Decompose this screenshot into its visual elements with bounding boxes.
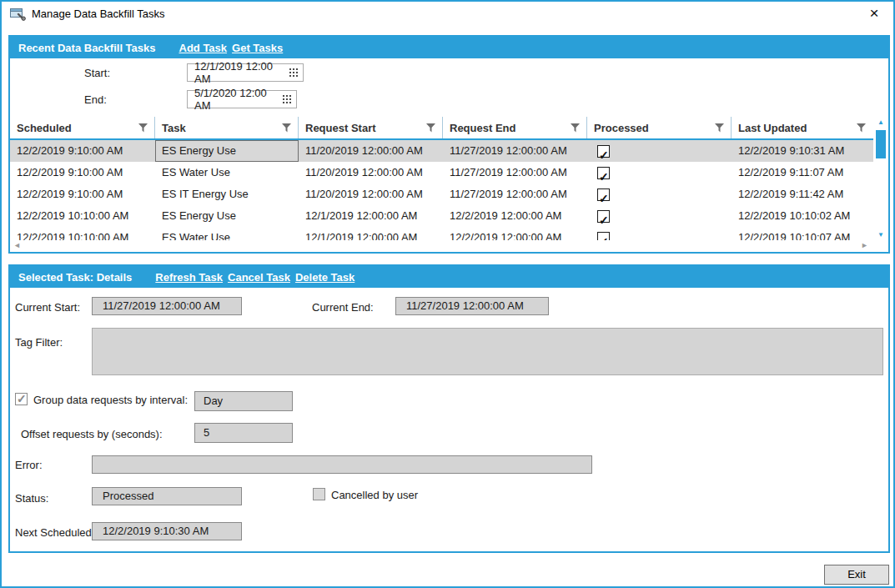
next-scheduled-field: 12/2/2019 9:10:30 AM xyxy=(92,522,242,540)
current-end-label: Current End: xyxy=(312,301,374,314)
date-picker-icon[interactable] xyxy=(289,68,299,78)
cell-processed[interactable] xyxy=(587,205,732,227)
filter-icon[interactable] xyxy=(138,123,148,133)
filter-icon[interactable] xyxy=(857,123,866,133)
cancelled-by-user-checkbox[interactable] xyxy=(313,488,325,500)
get-tasks-link[interactable]: Get Tasks xyxy=(232,42,283,54)
error-field xyxy=(92,455,592,474)
cell-task[interactable]: ES Water Use xyxy=(155,227,299,240)
cell-processed[interactable] xyxy=(587,183,732,205)
cell-processed[interactable] xyxy=(587,227,732,240)
cell-request-end[interactable]: 11/27/2019 12:00:00 AM xyxy=(443,162,587,183)
window-title: Manage Data Backfill Tasks xyxy=(32,2,164,27)
processed-checkbox[interactable] xyxy=(597,232,610,241)
date-picker-icon[interactable] xyxy=(283,95,292,104)
tag-filter-field xyxy=(92,328,883,375)
cell-scheduled[interactable]: 12/2/2019 10:10:00 AM xyxy=(10,205,155,227)
cell-last-updated[interactable]: 12/2/2019 10:10:02 AM xyxy=(732,205,872,227)
cell-task[interactable]: ES IT Energy Use xyxy=(155,183,299,205)
cell-last-updated[interactable]: 12/2/2019 9:10:31 AM xyxy=(732,140,872,162)
cell-request-end[interactable]: 11/27/2019 12:00:00 AM xyxy=(443,140,587,162)
status-label: Status: xyxy=(15,492,48,505)
end-label: End: xyxy=(84,93,107,106)
interval-field: Day xyxy=(194,391,293,411)
filter-icon[interactable] xyxy=(282,123,291,133)
cell-task[interactable]: ES Energy Use xyxy=(155,140,299,162)
cancel-task-link[interactable]: Cancel Task xyxy=(228,271,290,284)
recent-tasks-panel: Recent Data Backfill Tasks Add Task Get … xyxy=(8,35,890,254)
processed-checkbox[interactable] xyxy=(597,145,610,158)
selected-task-panel: Selected Task: Details Refresh Task Canc… xyxy=(8,264,890,553)
tasks-grid-body: 12/2/2019 9:10:00 AM ES Energy Use 11/20… xyxy=(10,140,888,240)
cell-request-end[interactable]: 12/2/2019 12:00:00 AM xyxy=(443,205,587,227)
column-header-processed[interactable]: Processed xyxy=(587,117,732,138)
table-row[interactable]: 12/2/2019 9:10:00 AM ES Energy Use 11/20… xyxy=(10,140,888,162)
recent-tasks-title: Recent Data Backfill Tasks xyxy=(18,42,156,54)
scroll-down-icon[interactable]: ▼ xyxy=(873,231,888,239)
table-row[interactable]: 12/2/2019 10:10:00 AM ES Water Use 12/1/… xyxy=(10,227,888,240)
column-header-scheduled[interactable]: Scheduled xyxy=(10,117,155,138)
exit-button[interactable]: Exit xyxy=(824,565,889,585)
current-end-field: 11/27/2019 12:00:00 AM xyxy=(395,297,549,315)
filter-icon[interactable] xyxy=(426,123,435,133)
cell-last-updated[interactable]: 12/2/2019 9:11:07 AM xyxy=(732,162,872,183)
cell-last-updated[interactable]: 12/2/2019 9:11:42 AM xyxy=(732,183,872,205)
current-start-field: 11/27/2019 12:00:00 AM xyxy=(92,297,242,315)
table-row[interactable]: 12/2/2019 10:10:00 AM ES Energy Use 12/1… xyxy=(10,205,888,227)
cell-request-start[interactable]: 11/20/2019 12:00:00 AM xyxy=(299,140,443,162)
cell-processed[interactable] xyxy=(587,162,732,183)
scroll-up-icon[interactable]: ▲ xyxy=(873,118,888,126)
tag-filter-label: Tag Filter: xyxy=(15,336,63,349)
offset-label: Offset requests by (seconds): xyxy=(21,428,163,440)
cell-request-end[interactable]: 11/27/2019 12:00:00 AM xyxy=(443,183,587,205)
processed-checkbox[interactable] xyxy=(597,167,610,179)
column-header-task[interactable]: Task xyxy=(155,117,299,138)
refresh-task-link[interactable]: Refresh Task xyxy=(155,271,223,284)
manage-tasks-icon xyxy=(10,8,26,21)
delete-task-link[interactable]: Delete Task xyxy=(295,271,354,284)
cell-request-start[interactable]: 11/20/2019 12:00:00 AM xyxy=(299,183,443,205)
cell-task[interactable]: ES Water Use xyxy=(155,162,299,183)
table-row[interactable]: 12/2/2019 9:10:00 AM ES Water Use 11/20/… xyxy=(10,162,888,183)
scroll-right-icon[interactable]: ► xyxy=(861,241,868,249)
scrollbar-thumb[interactable] xyxy=(876,130,886,158)
next-scheduled-label: Next Scheduled: xyxy=(15,526,94,539)
close-icon[interactable]: × xyxy=(862,2,887,27)
tasks-grid-header: Scheduled Task Request Start Request End… xyxy=(10,117,888,140)
group-interval-label: Group data requests by interval: xyxy=(33,394,188,406)
status-field: Processed xyxy=(92,487,242,505)
cell-scheduled[interactable]: 12/2/2019 9:10:00 AM xyxy=(10,140,155,162)
selected-task-title: Selected Task: Details xyxy=(18,271,132,284)
scroll-left-icon[interactable]: ◄ xyxy=(13,241,21,249)
cell-scheduled[interactable]: 12/2/2019 9:10:00 AM xyxy=(10,162,155,183)
start-date-value: 12/1/2019 12:00 AM xyxy=(194,60,289,85)
column-header-last-updated[interactable]: Last Updated xyxy=(732,117,872,138)
cell-request-start[interactable]: 12/1/2019 12:00:00 AM xyxy=(299,227,443,240)
offset-field: 5 xyxy=(194,423,293,443)
error-label: Error: xyxy=(15,459,43,471)
group-interval-checkbox[interactable] xyxy=(15,393,28,405)
processed-checkbox[interactable] xyxy=(597,210,610,223)
cell-processed[interactable] xyxy=(587,140,732,162)
cell-scheduled[interactable]: 12/2/2019 9:10:00 AM xyxy=(10,183,155,205)
vertical-scrollbar[interactable]: ▲ ▼ xyxy=(873,117,888,240)
filter-icon[interactable] xyxy=(571,123,580,133)
filter-icon[interactable] xyxy=(715,123,724,133)
cell-request-start[interactable]: 11/20/2019 12:00:00 AM xyxy=(299,162,443,183)
tasks-grid: Scheduled Task Request Start Request End… xyxy=(10,117,888,240)
column-header-request-end[interactable]: Request End xyxy=(443,117,587,138)
recent-tasks-header: Recent Data Backfill Tasks Add Task Get … xyxy=(10,37,888,58)
cell-scheduled[interactable]: 12/2/2019 10:10:00 AM xyxy=(10,227,155,240)
cell-task[interactable]: ES Energy Use xyxy=(155,205,299,227)
processed-checkbox[interactable] xyxy=(597,188,610,201)
start-label: Start: xyxy=(84,67,110,79)
add-task-link[interactable]: Add Task xyxy=(179,42,228,54)
horizontal-scrollbar[interactable]: ◄ ► xyxy=(10,240,873,251)
cell-last-updated[interactable]: 12/2/2019 10:10:07 AM xyxy=(732,227,872,240)
column-header-request-start[interactable]: Request Start xyxy=(299,117,443,138)
cell-request-end[interactable]: 12/2/2019 12:00:00 AM xyxy=(443,227,587,240)
start-date-input[interactable]: 12/1/2019 12:00 AM xyxy=(187,63,304,82)
table-row[interactable]: 12/2/2019 9:10:00 AM ES IT Energy Use 11… xyxy=(10,183,888,205)
end-date-input[interactable]: 5/1/2020 12:00 AM xyxy=(187,90,297,108)
cell-request-start[interactable]: 12/1/2019 12:00:00 AM xyxy=(299,205,443,227)
